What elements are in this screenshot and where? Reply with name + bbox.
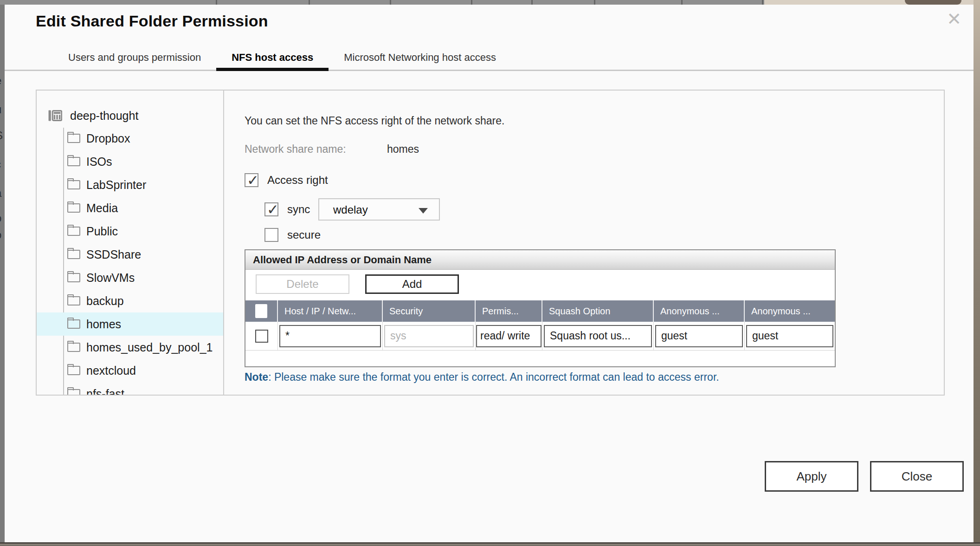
main-panel: deep-thought Dropbox ISOs LabSprinter Me… — [36, 90, 945, 396]
background-button-fragment — [905, 0, 961, 5]
tree-item[interactable]: homes — [37, 312, 223, 336]
tree-item-label: LabSprinter — [86, 178, 146, 192]
squash-option-select[interactable]: Squash root us... — [544, 325, 652, 347]
sync-label: sync — [287, 203, 310, 216]
edit-shared-folder-permission-dialog: Edit Shared Folder Permission ✕ Users an… — [5, 5, 974, 542]
tree-item[interactable]: homes_used_by_pool_1 — [37, 336, 223, 359]
apply-button[interactable]: Apply — [765, 461, 858, 492]
folder-icon — [67, 296, 80, 306]
folder-icon — [67, 157, 80, 166]
tree-item[interactable]: SlowVMs — [37, 266, 223, 289]
folder-icon — [67, 319, 80, 329]
tree-item-label: homes — [86, 318, 121, 331]
secure-checkbox[interactable] — [264, 228, 278, 242]
allowed-ip-panel-title: Allowed IP Address or Domain Name — [245, 250, 835, 270]
tree-item[interactable]: Media — [37, 196, 223, 220]
tree-item[interactable]: nfs-fast — [37, 382, 223, 395]
tab-bar: Users and groups permission NFS host acc… — [5, 49, 974, 71]
nfs-description: You can set the NFS access right of the … — [245, 115, 504, 127]
security-input[interactable] — [384, 325, 474, 347]
tree-item[interactable]: Dropbox — [37, 127, 223, 150]
chevron-down-icon — [419, 208, 428, 214]
background-page-right-strip — [974, 0, 980, 546]
tree-item-label: homes_used_by_pool_1 — [86, 341, 213, 354]
close-icon[interactable]: ✕ — [947, 10, 961, 28]
column-header-anonymous-user: Anonymous ... — [654, 300, 745, 322]
folder-icon — [67, 250, 80, 259]
anonymous-user-select[interactable]: guest — [655, 325, 743, 347]
row-checkbox[interactable] — [255, 330, 268, 343]
tree-item-label: backup — [86, 294, 124, 308]
folder-icon — [67, 180, 80, 189]
tree-item[interactable]: Public — [37, 220, 223, 243]
tree-item-label: Media — [86, 202, 118, 215]
folder-icon — [67, 227, 80, 236]
tree-item[interactable]: backup — [37, 289, 223, 312]
access-right-label: Access right — [267, 174, 328, 187]
network-share-name-value: homes — [387, 143, 419, 156]
anonymous-group-select[interactable]: guest — [746, 325, 833, 347]
background-page-bottom-strip — [0, 542, 980, 546]
tree-item-label: nextcloud — [86, 364, 136, 377]
close-button[interactable]: Close — [870, 461, 964, 492]
allowed-ip-panel: Allowed IP Address or Domain Name Delete… — [245, 249, 836, 367]
sync-checkbox[interactable] — [264, 202, 278, 216]
shared-folder-tree: deep-thought Dropbox ISOs LabSprinter Me… — [37, 91, 224, 395]
delete-button[interactable]: Delete — [256, 274, 349, 294]
access-right-checkbox[interactable] — [245, 173, 258, 187]
folder-icon — [67, 389, 80, 395]
sync-mode-value: wdelay — [333, 203, 368, 216]
tab-microsoft-networking[interactable]: Microsoft Networking host access — [329, 52, 511, 70]
tree-item[interactable]: LabSprinter — [37, 173, 223, 196]
folder-icon — [67, 343, 80, 352]
tree-item-label: SSDShare — [86, 248, 141, 261]
tree-item-label: ISOs — [86, 155, 112, 169]
select-all-checkbox[interactable] — [255, 304, 267, 318]
sync-mode-dropdown[interactable]: wdelay — [318, 198, 440, 221]
column-header-host: Host / IP / Netw... — [278, 300, 383, 322]
add-button[interactable]: Add — [365, 274, 459, 294]
dialog-title: Edit Shared Folder Permission — [36, 12, 268, 30]
folder-icon — [67, 366, 80, 375]
note-text: Note: Please make sure the format you en… — [245, 371, 719, 384]
column-header-security: Security — [383, 300, 476, 322]
tree-item-label: Dropbox — [86, 132, 130, 145]
background-page-top-strip — [0, 0, 980, 5]
tab-users-and-groups[interactable]: Users and groups permission — [53, 52, 216, 70]
nas-icon — [48, 109, 62, 123]
column-header-permission: Permis... — [476, 300, 542, 322]
host-input[interactable] — [279, 325, 381, 347]
folder-icon — [67, 203, 80, 213]
tree-item-label: SlowVMs — [86, 271, 135, 285]
permission-select[interactable]: read/ write — [476, 325, 542, 347]
network-share-name-label: Network share name: — [245, 143, 346, 156]
column-header-squash-option: Squash Option — [542, 300, 654, 322]
tree-item-label: nfs-fast — [86, 387, 124, 395]
tab-nfs-host-access[interactable]: NFS host access — [216, 52, 329, 70]
folder-icon — [67, 134, 80, 143]
secure-label: secure — [287, 228, 321, 241]
allowed-ip-table-header: Host / IP / Netw... Security Permis... S… — [245, 300, 835, 322]
tree-item[interactable]: nextcloud — [37, 359, 223, 382]
tree-root[interactable]: deep-thought — [37, 104, 223, 127]
tree-item[interactable]: ISOs — [37, 150, 223, 173]
tree-root-label: deep-thought — [70, 109, 138, 123]
column-header-anonymous-group: Anonymous ... — [745, 300, 835, 322]
tree-item-label: Public — [86, 225, 118, 238]
background-page-left-strip: eu Sc ao o — [0, 5, 5, 542]
folder-icon — [67, 273, 80, 282]
table-row: read/ write Squash root us... guest gues… — [245, 322, 835, 351]
tree-item[interactable]: SSDShare — [37, 243, 223, 266]
